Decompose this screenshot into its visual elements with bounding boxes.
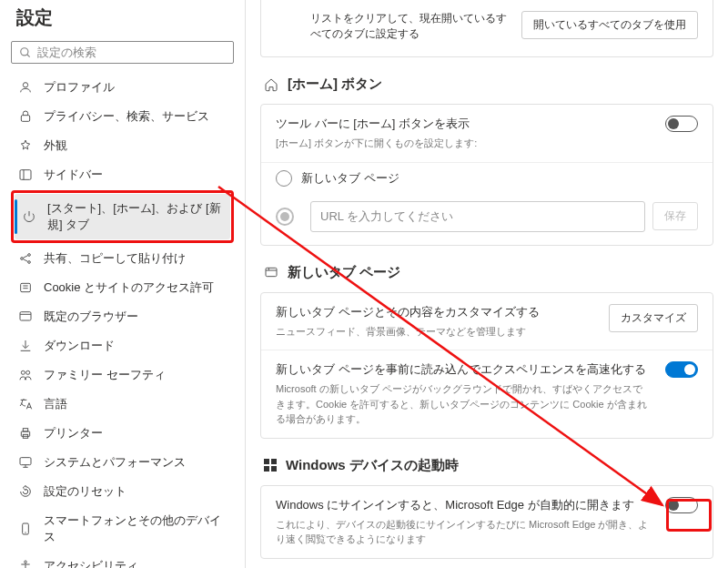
- newtab-section-header: 新しいタブ ページ: [264, 264, 713, 281]
- power-icon: [22, 209, 36, 224]
- svg-point-6: [21, 258, 24, 260]
- sidebar-item-label: ダウンロード: [44, 338, 115, 354]
- svg-point-26: [25, 561, 27, 563]
- preload-sub: Microsoft の新しいタブ ページがバックグラウンドで開かれ、すばやくアク…: [276, 381, 651, 427]
- svg-rect-21: [20, 458, 31, 465]
- sidebar-item-label: プライバシー、検索、サービス: [44, 108, 209, 125]
- svg-point-8: [28, 261, 31, 264]
- svg-rect-19: [23, 429, 27, 431]
- phone-icon: [18, 522, 33, 536]
- svg-line-9: [23, 256, 27, 259]
- download-icon: [18, 339, 33, 353]
- sidebar-item-language[interactable]: 言語: [11, 390, 234, 419]
- appearance-icon: [18, 138, 33, 153]
- sidebar-item-reset[interactable]: 設定のリセット: [11, 477, 234, 506]
- sidebar-item-family[interactable]: ファミリー セーフティ: [11, 360, 234, 390]
- svg-rect-28: [266, 268, 277, 276]
- customize-newtab-title: 新しいタブ ページとその内容をカスタマイズする: [276, 304, 594, 320]
- sidebar-item-label: 言語: [44, 396, 67, 412]
- sidebar-item-phone[interactable]: スマートフォンとその他のデバイス: [11, 506, 234, 552]
- search-input[interactable]: [37, 46, 226, 59]
- svg-point-17: [26, 370, 30, 374]
- reset-icon: [18, 484, 33, 499]
- sidebar-item-label: Cookie とサイトのアクセス許可: [44, 279, 214, 296]
- sidebar-item-appearance[interactable]: 外観: [11, 131, 234, 160]
- sidebar-item-accessibility[interactable]: アクセシビリティ: [11, 552, 234, 568]
- system-icon: [18, 455, 33, 470]
- home-toggle-label: ツール バーに [ホーム] ボタンを表示: [276, 116, 651, 132]
- sidebar-item-label: 設定のリセット: [44, 483, 126, 500]
- sidebar-item-system[interactable]: システムとパフォーマンス: [11, 448, 234, 477]
- sidebar-item-sidebar[interactable]: サイドバー: [11, 160, 234, 189]
- sidebar-item-share[interactable]: 共有、コピーして貼り付け: [11, 244, 234, 273]
- svg-rect-11: [21, 283, 31, 291]
- sidebar-item-label: 既定のブラウザー: [44, 309, 138, 325]
- printer-icon: [18, 426, 33, 441]
- svg-point-16: [21, 370, 25, 374]
- sidebar-item-privacy[interactable]: プライバシー、検索、サービス: [11, 102, 234, 131]
- preload-toggle[interactable]: [665, 361, 698, 378]
- cookie-icon: [18, 280, 33, 295]
- sidebar: 設定 プロファイル プライバシー、検索、サービス 外観 サイドバー [スタート]…: [0, 0, 246, 568]
- svg-point-2: [23, 83, 27, 87]
- search-box[interactable]: [11, 41, 234, 64]
- newtab-icon: [264, 265, 278, 279]
- sidebar-item-label: プロファイル: [44, 79, 115, 96]
- sidebar-item-label: サイドバー: [44, 167, 103, 183]
- auto-open-sub: これにより、デバイスの起動後にサインインするたびに Microsoft Edge…: [276, 517, 651, 547]
- save-button[interactable]: 保存: [652, 202, 698, 230]
- settings-title: 設定: [11, 0, 234, 41]
- sidebar-item-label: システムとパフォーマンス: [44, 454, 186, 471]
- main-content: リストをクリアして、現在開いているすべてのタブに設定する 開いているすべてのタブ…: [246, 0, 728, 568]
- customize-button[interactable]: カスタマイズ: [609, 304, 698, 332]
- auto-open-title: Windows にサインインすると、Microsoft Edge が自動的に開き…: [276, 497, 651, 513]
- svg-rect-3: [21, 116, 29, 122]
- home-section-header: [ホーム] ボタン: [264, 76, 713, 93]
- search-icon: [19, 46, 32, 59]
- windows-icon: [264, 459, 277, 472]
- browser-icon: [18, 309, 33, 324]
- radio-circle-icon: [276, 170, 292, 187]
- windows-device-section-header: Windows デバイスの起動時: [264, 457, 713, 474]
- use-all-tabs-button[interactable]: 開いているすべてのタブを使用: [521, 11, 698, 39]
- home-icon: [264, 77, 278, 92]
- sidebar-item-start-home-newtab[interactable]: [スタート]、[ホーム]、および [新規] タブ: [15, 194, 230, 239]
- sidebar-item-label: プリンター: [44, 425, 103, 441]
- sidebar-item-label: アクセシビリティ: [44, 558, 138, 568]
- accessibility-icon: [18, 559, 33, 568]
- highlight-box-sidebar: [スタート]、[ホーム]、および [新規] タブ: [11, 190, 234, 243]
- svg-rect-14: [20, 312, 31, 320]
- language-icon: [18, 397, 33, 411]
- sidebar-item-default-browser[interactable]: 既定のブラウザー: [11, 302, 234, 331]
- sidebar-item-cookies[interactable]: Cookie とサイトのアクセス許可: [11, 273, 234, 302]
- sidebar-item-label: ファミリー セーフティ: [44, 367, 166, 383]
- share-icon: [18, 251, 33, 266]
- svg-point-7: [28, 254, 31, 257]
- home-url-input[interactable]: URL を入力してください: [310, 201, 645, 232]
- sidebar-item-label: スマートフォンとその他のデバイス: [44, 512, 227, 545]
- sidebar-item-profile[interactable]: プロファイル: [11, 73, 234, 102]
- sidebar-item-label: 外観: [44, 137, 67, 154]
- highlight-box-toggle: [666, 499, 712, 532]
- preload-title: 新しいタブ ページを事前に読み込んでエクスペリエンスを高速化する: [276, 361, 651, 378]
- profile-icon: [18, 80, 33, 95]
- sidebar-item-printers[interactable]: プリンター: [11, 419, 234, 448]
- radio-new-tab-page[interactable]: 新しいタブ ページ: [261, 163, 713, 194]
- sidebar-item-label: [スタート]、[ホーム]、および [新規] タブ: [47, 200, 223, 233]
- customize-newtab-sub: ニュースフィード、背景画像、テーマなどを管理します: [276, 324, 594, 340]
- radio-circle-url-icon[interactable]: [276, 208, 294, 226]
- svg-line-1: [27, 54, 30, 56]
- svg-rect-4: [20, 170, 31, 180]
- sidebar-item-downloads[interactable]: ダウンロード: [11, 331, 234, 360]
- svg-point-0: [21, 47, 28, 55]
- svg-rect-18: [21, 431, 29, 436]
- sidebar-item-label: 共有、コピーして貼り付け: [44, 250, 186, 267]
- sidebar-icon: [18, 167, 33, 182]
- clear-list-desc: リストをクリアして、現在開いているすべてのタブに設定する: [310, 11, 507, 42]
- svg-line-10: [23, 259, 27, 262]
- home-toggle-sub: [ホーム] ボタンが下に開くものを設定します:: [276, 136, 651, 151]
- lock-icon: [18, 109, 33, 124]
- home-button-toggle[interactable]: [665, 116, 698, 132]
- family-icon: [18, 368, 33, 382]
